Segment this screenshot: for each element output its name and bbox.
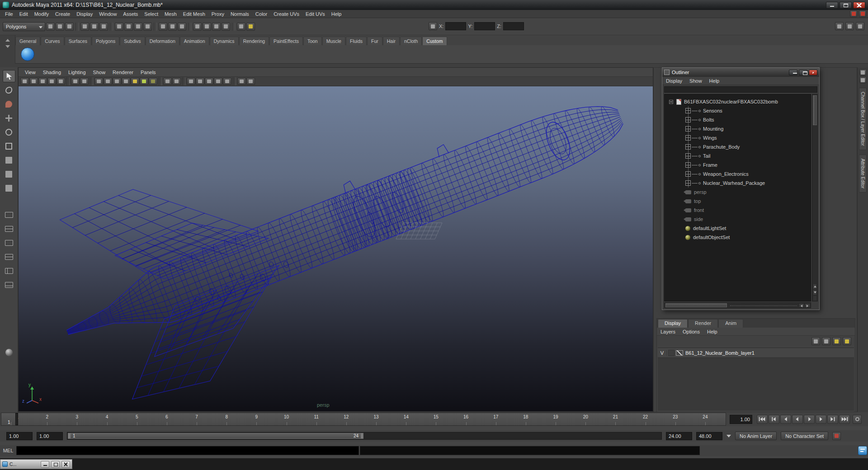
move-tool[interactable]: [3, 112, 15, 124]
scroll-up-button[interactable]: [813, 284, 817, 289]
current-time-field[interactable]: 1.00: [730, 415, 752, 424]
layer-color-swatch[interactable]: [676, 350, 683, 356]
layer-row[interactable]: V B61_12_Nuclear_Bomb_layer1: [658, 348, 854, 358]
pane-layout-icon[interactable]: [845, 22, 854, 30]
scrollbar-thumb[interactable]: [665, 303, 727, 307]
shelf-tab-curves[interactable]: Curves: [41, 37, 64, 45]
outliner-item-front[interactable]: front: [665, 206, 811, 215]
menu-color[interactable]: Color: [252, 10, 270, 18]
scroll-down-button[interactable]: [813, 290, 817, 295]
wireframe-display-icon[interactable]: [94, 78, 103, 85]
scroll-right-button[interactable]: [805, 303, 810, 307]
outliner-item-defaultobjectset[interactable]: defaultObjectSet: [665, 233, 811, 242]
minimize-button[interactable]: [826, 2, 838, 9]
mel-toggle-button[interactable]: MEL: [0, 448, 16, 453]
playback-start-field[interactable]: 1.00: [37, 432, 63, 440]
select-object-icon[interactable]: [90, 23, 99, 31]
miniwin-close-button[interactable]: [61, 461, 70, 468]
viewport-menu-view[interactable]: View: [21, 68, 39, 76]
menu-set-selector[interactable]: Polygons: [3, 22, 45, 31]
scrollbar-thumb[interactable]: [813, 95, 817, 125]
field-chart-icon[interactable]: [187, 78, 195, 85]
menu-edit-mesh[interactable]: Edit Mesh: [180, 10, 208, 18]
menu-create-uvs[interactable]: Create UVs: [270, 10, 302, 18]
menu-select[interactable]: Select: [141, 10, 161, 18]
select-hierarchy-icon[interactable]: [80, 23, 89, 31]
viewport-canvas[interactable]: persp y x z: [19, 86, 653, 411]
xray-icon[interactable]: [163, 78, 172, 85]
shelf-tab-ncloth[interactable]: nCloth: [400, 37, 422, 45]
tab-channel-box-layer-editor[interactable]: Channel Box / Layer Editor: [859, 88, 867, 150]
menu-display[interactable]: Display: [73, 10, 96, 18]
textured-display-icon[interactable]: [113, 78, 121, 85]
hotkey-icon[interactable]: [246, 23, 255, 31]
menu-edit-uvs[interactable]: Edit UVs: [302, 10, 328, 18]
render-current-frame-icon[interactable]: [203, 23, 211, 31]
soft-modification-tool[interactable]: [3, 168, 15, 180]
two-d-pan-zoom-icon[interactable]: [71, 78, 80, 85]
outliner-menu-help[interactable]: Help: [706, 77, 723, 85]
shelf-tab-toon[interactable]: Toon: [303, 37, 322, 45]
persp-outliner-layout[interactable]: [3, 265, 15, 277]
menu-normals[interactable]: Normals: [227, 10, 252, 18]
viewport-menu-show[interactable]: Show: [90, 68, 109, 76]
play-forward-button[interactable]: [804, 415, 815, 424]
new-layer-from-selection-icon[interactable]: [843, 337, 851, 345]
camera-attributes-icon[interactable]: [38, 78, 47, 85]
z-input[interactable]: [503, 22, 524, 30]
outliner-item-top[interactable]: top: [665, 197, 811, 206]
outliner-item-persp[interactable]: persp: [665, 188, 811, 197]
animation-preferences-icon[interactable]: [853, 415, 862, 424]
layer-visibility-toggle[interactable]: V: [658, 350, 667, 356]
outliner-item-side[interactable]: side: [665, 215, 811, 224]
grease-pencil-icon[interactable]: [80, 78, 89, 85]
ipr-render-icon[interactable]: [212, 23, 221, 31]
layer-editor-tab-render[interactable]: Render: [688, 319, 718, 328]
panel-close-icon[interactable]: [859, 10, 866, 17]
outliner-item-wings[interactable]: Wings: [665, 133, 811, 142]
outliner-item-tail[interactable]: Tail: [665, 151, 811, 160]
lock-camera-icon[interactable]: [29, 78, 38, 85]
mel-command-input[interactable]: [16, 446, 359, 455]
resolution-gate-icon[interactable]: [196, 78, 204, 85]
outliner-title-bar[interactable]: Outliner: [662, 68, 819, 77]
outliner-item-frame[interactable]: Frame: [665, 160, 811, 169]
scale-tool[interactable]: [3, 140, 15, 152]
shelf-tab-rendering[interactable]: Rendering: [239, 37, 269, 45]
layer-move-down-icon[interactable]: [822, 337, 830, 345]
menu-modify[interactable]: Modify: [31, 10, 52, 18]
current-time-marker[interactable]: [15, 413, 18, 425]
shelf-tab-general[interactable]: General: [15, 37, 40, 45]
wireframe-bomb-model[interactable]: [19, 86, 653, 411]
render-view-icon[interactable]: [193, 23, 202, 31]
outliner-menu-display[interactable]: Display: [662, 77, 686, 85]
time-slider[interactable]: 123456789101112131415161718192021222324 …: [1, 413, 726, 426]
menu-proxy[interactable]: Proxy: [208, 10, 227, 18]
shelf-tab-deformation[interactable]: Deformation: [146, 37, 179, 45]
select-component-icon[interactable]: [99, 23, 108, 31]
shelf-tab-subdivs[interactable]: Subdivs: [120, 37, 145, 45]
default-lighting-icon[interactable]: [131, 78, 139, 85]
shelf-collapse-control[interactable]: [0, 35, 15, 64]
two-pane-stacked-layout[interactable]: [3, 251, 15, 263]
outliner-item-weapon-electronics[interactable]: Weapon_Electronics: [665, 169, 811, 179]
outliner-item-sensons[interactable]: Sensons: [665, 106, 811, 115]
menu-assets[interactable]: Assets: [120, 10, 141, 18]
scene-view-icon[interactable]: [237, 78, 246, 85]
layer-move-up-icon[interactable]: [811, 337, 820, 345]
menu-window[interactable]: Window: [96, 10, 120, 18]
menu-help[interactable]: Help: [328, 10, 345, 18]
y-input[interactable]: [474, 22, 495, 30]
rotate-tool[interactable]: [3, 126, 15, 138]
layer-editor-tab-display[interactable]: Display: [658, 319, 688, 328]
go-to-end-button[interactable]: [839, 415, 850, 424]
miniwin-restore-button[interactable]: [51, 461, 60, 468]
viewport-menu-shading[interactable]: Shading: [39, 68, 65, 76]
viewport-menu-renderer[interactable]: Renderer: [109, 68, 137, 76]
shadows-icon[interactable]: [149, 78, 157, 85]
outliner-item-mounting[interactable]: Mounting: [665, 124, 811, 133]
outliner-close-button[interactable]: [809, 70, 817, 75]
universal-manipulator-tool[interactable]: [3, 154, 15, 166]
shelf-tab-polygons[interactable]: Polygons: [92, 37, 119, 45]
viewport-menu-panels[interactable]: Panels: [137, 68, 160, 76]
